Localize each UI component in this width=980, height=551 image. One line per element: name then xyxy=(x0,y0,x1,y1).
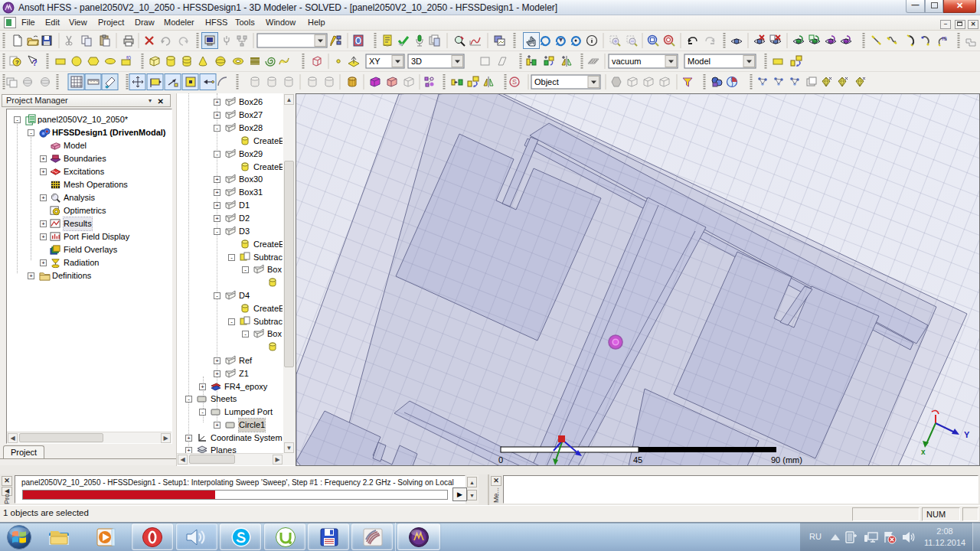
svg-text:Y: Y xyxy=(964,430,970,439)
svg-text:x: x xyxy=(921,448,926,456)
svg-text:45: 45 xyxy=(633,455,642,465)
svg-text:f0: f0 xyxy=(942,35,947,42)
svg-text:3D: 3D xyxy=(411,57,422,66)
svg-text:Me...: Me... xyxy=(492,487,500,503)
svg-text:0: 0 xyxy=(498,455,503,465)
svg-text:Pro: Pro xyxy=(3,494,11,504)
svg-text:90 (mm): 90 (mm) xyxy=(771,455,802,465)
svg-text:f0: f0 xyxy=(126,55,131,60)
svg-text:vacuum: vacuum xyxy=(612,57,642,66)
svg-text:S: S xyxy=(512,78,517,86)
svg-text:Model: Model xyxy=(688,57,710,66)
svg-text:XY: XY xyxy=(369,57,381,66)
svg-text:?: ? xyxy=(15,59,19,66)
svg-text:?: ? xyxy=(32,58,38,67)
svg-text:Object: Object xyxy=(534,77,559,86)
